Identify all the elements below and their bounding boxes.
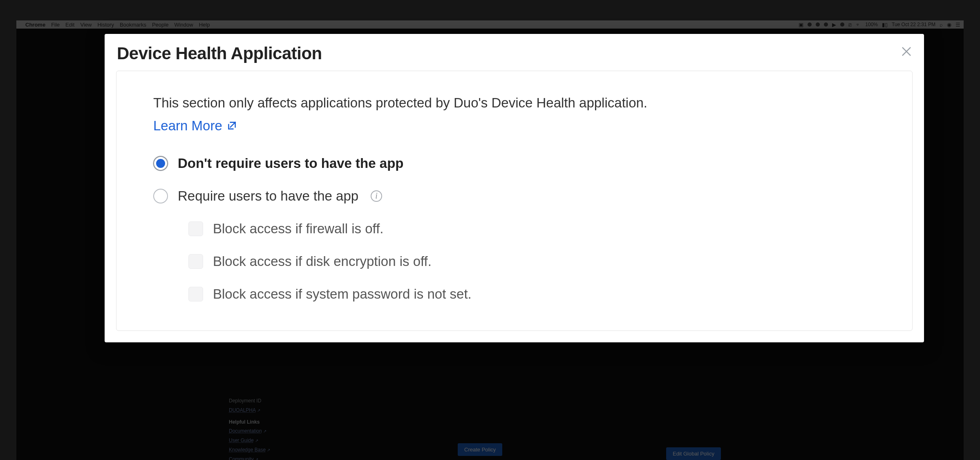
checkbox-label-password: Block access if system password is not s… — [213, 286, 472, 302]
device-health-modal: Device Health Application This section o… — [105, 34, 924, 342]
status-dot-icon[interactable] — [840, 22, 844, 27]
menubar-item-bookmarks[interactable]: Bookmarks — [120, 22, 146, 28]
menubar-item-window[interactable]: Window — [174, 22, 193, 28]
checkbox-label-disk: Block access if disk encryption is off. — [213, 254, 432, 269]
spotlight-icon[interactable]: ⌕ — [940, 22, 943, 28]
desktop-background: Chrome File Edit View History Bookmarks … — [0, 0, 980, 460]
play-icon[interactable]: ▶ — [832, 22, 836, 28]
learn-more-link[interactable]: Learn More — [153, 118, 237, 134]
modal-body: This section only affects applications p… — [116, 71, 913, 331]
radio-option-require[interactable]: Require users to have the app i — [153, 188, 875, 204]
radio-option-dont-require[interactable]: Don't require users to have the app — [153, 156, 875, 171]
radio-label-require: Require users to have the app — [178, 188, 358, 204]
notification-center-icon[interactable]: ☰ — [955, 22, 960, 28]
modal-title: Device Health Application — [117, 44, 912, 63]
checkbox-icon — [188, 254, 203, 269]
info-icon[interactable]: i — [371, 190, 382, 202]
radio-label-dont-require: Don't require users to have the app — [178, 156, 403, 171]
radio-button-icon — [153, 156, 168, 171]
checkbox-option-firewall[interactable]: Block access if firewall is off. — [188, 221, 875, 237]
menubar-app-name[interactable]: Chrome — [25, 22, 45, 28]
macos-menubar: Chrome File Edit View History Bookmarks … — [16, 20, 964, 29]
battery-icon: ▮▯ — [882, 22, 888, 28]
menubar-item-edit[interactable]: Edit — [65, 22, 74, 28]
close-button[interactable] — [898, 43, 915, 60]
siri-icon[interactable]: ◉ — [947, 22, 951, 28]
wifi-icon[interactable]: ᯤ — [856, 22, 861, 28]
menubar-item-file[interactable]: File — [51, 22, 60, 28]
checkbox-icon — [188, 221, 203, 236]
menubar-item-view[interactable]: View — [80, 22, 92, 28]
battery-percent: 100% — [865, 22, 878, 27]
menubar-item-history[interactable]: History — [97, 22, 114, 28]
learn-more-label: Learn More — [153, 118, 222, 134]
modal-overlay: Device Health Application This section o… — [16, 29, 964, 460]
close-icon — [901, 46, 912, 57]
menubar-item-people[interactable]: People — [152, 22, 168, 28]
status-dot-icon[interactable] — [816, 22, 820, 27]
checkbox-option-system-password[interactable]: Block access if system password is not s… — [188, 286, 875, 302]
status-dot-icon[interactable] — [824, 22, 828, 27]
radio-button-icon — [153, 189, 168, 203]
checkbox-label-firewall: Block access if firewall is off. — [213, 221, 384, 237]
menubar-item-help[interactable]: Help — [199, 22, 210, 28]
external-link-icon — [226, 121, 237, 131]
display-icon[interactable]: ⎚ — [848, 22, 852, 28]
checkbox-icon — [188, 287, 203, 301]
modal-intro-text: This section only affects applications p… — [153, 94, 875, 112]
menubar-clock: Tue Oct 22 2:31 PM — [892, 22, 935, 27]
status-dot-icon[interactable] — [808, 22, 812, 27]
screencast-icon[interactable]: ▣ — [799, 22, 803, 28]
checkbox-option-disk-encryption[interactable]: Block access if disk encryption is off. — [188, 254, 875, 269]
